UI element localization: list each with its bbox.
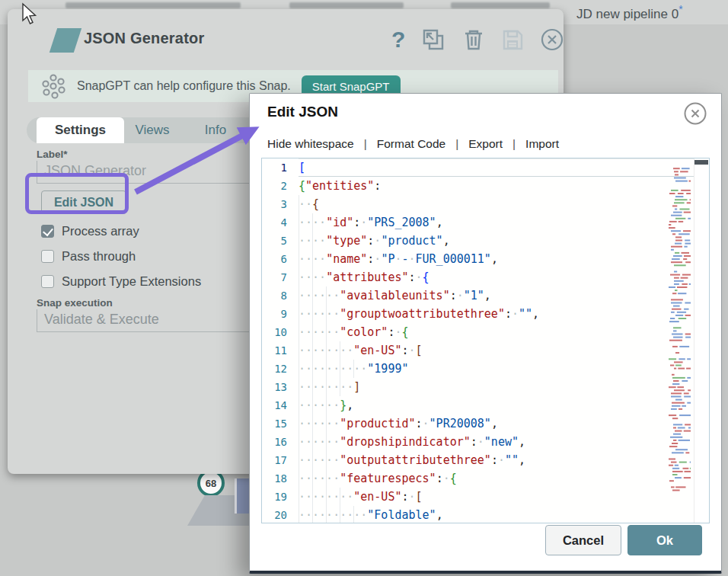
code-line[interactable]: 8······"availableunits":·"1", (262, 286, 709, 305)
code-line[interactable]: 7····"attributes":·{ (262, 268, 709, 286)
json-code-editor[interactable]: 1[2{"entities":3··{4····"id":·"PRS_2008"… (261, 158, 710, 523)
format-code-button[interactable]: Format Code (377, 137, 445, 151)
code-line[interactable]: 4····"id":·"PRS_2008", (262, 213, 709, 232)
code-line[interactable]: 1[ (262, 158, 709, 177)
code-line[interactable]: 19········"en-US":·[ (262, 488, 709, 506)
cancel-button[interactable]: Cancel (545, 525, 621, 555)
code-line[interactable]: 13········] (262, 378, 709, 396)
snapgpt-banner-text: SnapGPT can help configure this Snap. (77, 79, 291, 93)
label-field-label: Label* (37, 149, 68, 160)
label-field-input[interactable]: JSON Generator (37, 161, 254, 184)
code-line[interactable]: 15······"productid":·"PR20008", (262, 414, 709, 433)
pipeline-tab[interactable]: JD new pipeline 0* (576, 3, 683, 22)
checkbox-pass-through[interactable]: Pass through (41, 249, 136, 264)
background-text-remnant (289, 2, 404, 8)
edit-json-button[interactable]: Edit JSON (41, 190, 126, 214)
checkbox-process-array[interactable]: Process array (41, 224, 139, 238)
code-line[interactable]: 18······"featurespecs":·{ (262, 469, 709, 488)
code-line[interactable]: 6····"name":·"P·-·FUR_000011", (262, 250, 709, 268)
code-line[interactable]: 9······"grouptwoattributethree":·"", (262, 305, 709, 323)
svg-text:?: ? (391, 27, 405, 52)
snapgpt-icon (40, 72, 68, 101)
ok-button[interactable]: Ok (627, 525, 702, 555)
close-icon[interactable] (540, 27, 564, 52)
snap-execution-select[interactable]: Validate & Execute (37, 309, 254, 332)
editor-minimap[interactable] (668, 160, 692, 503)
tab-views[interactable]: Views (129, 117, 175, 143)
code-line[interactable]: 12··········"1999" (262, 360, 709, 378)
code-line[interactable]: 11········"en-US":·[ (262, 341, 709, 360)
code-line[interactable]: 16······"dropshipindicator":·"new", (262, 433, 709, 451)
import-button[interactable]: Import (525, 137, 559, 151)
code-line[interactable]: 20··········"Foldable", (262, 506, 709, 523)
edit-json-modal: Edit JSON Hide whitespace| Format Code| … (249, 93, 722, 574)
code-lines: 1[2{"entities":3··{4····"id":·"PRS_2008"… (262, 158, 709, 523)
app-screen: JD new pipeline 0* 68 JSON Generator ? (0, 0, 728, 576)
hide-whitespace-button[interactable]: Hide whitespace (267, 137, 354, 151)
background-text-remnant (65, 2, 241, 8)
snap-title: JSON Generator (84, 30, 204, 47)
code-line[interactable]: 17······"outputattributethree":·"", (262, 451, 709, 469)
modal-title: Edit JSON (267, 104, 338, 120)
save-icon[interactable] (500, 27, 525, 52)
export-button[interactable]: Export (468, 137, 503, 151)
snap-execution-label: Snap execution (37, 297, 113, 309)
tab-settings[interactable]: Settings (37, 117, 124, 143)
tab-info[interactable]: Info (196, 117, 235, 143)
checkbox-box[interactable] (41, 250, 54, 263)
snap-logo-icon (49, 28, 81, 53)
code-line[interactable]: 3··{ (262, 195, 709, 213)
checkbox-box[interactable] (41, 225, 54, 238)
scrollbar-thumb[interactable] (694, 160, 708, 165)
code-line[interactable]: 2{"entities": (262, 177, 709, 195)
code-line[interactable]: 10······"color":·{ (262, 323, 709, 341)
code-line[interactable]: 5····"type":·"product", (262, 232, 709, 250)
code-line[interactable]: 14······}, (262, 396, 709, 414)
background-text-remnant (451, 2, 550, 8)
help-icon[interactable]: ? (385, 27, 410, 52)
modal-close-icon[interactable] (683, 101, 707, 126)
editor-scrollbar[interactable] (694, 158, 709, 523)
checkbox-box[interactable] (41, 275, 54, 288)
checkbox-support-type-extensions[interactable]: Support Type Extensions (41, 274, 201, 289)
delete-icon[interactable] (461, 27, 486, 52)
pipeline-tab-label: JD new pipeline 0 (576, 7, 679, 21)
export-icon[interactable] (421, 27, 445, 52)
unsaved-marker: * (679, 3, 682, 15)
editor-toolbar: Hide whitespace| Format Code| Export| Im… (267, 137, 559, 151)
